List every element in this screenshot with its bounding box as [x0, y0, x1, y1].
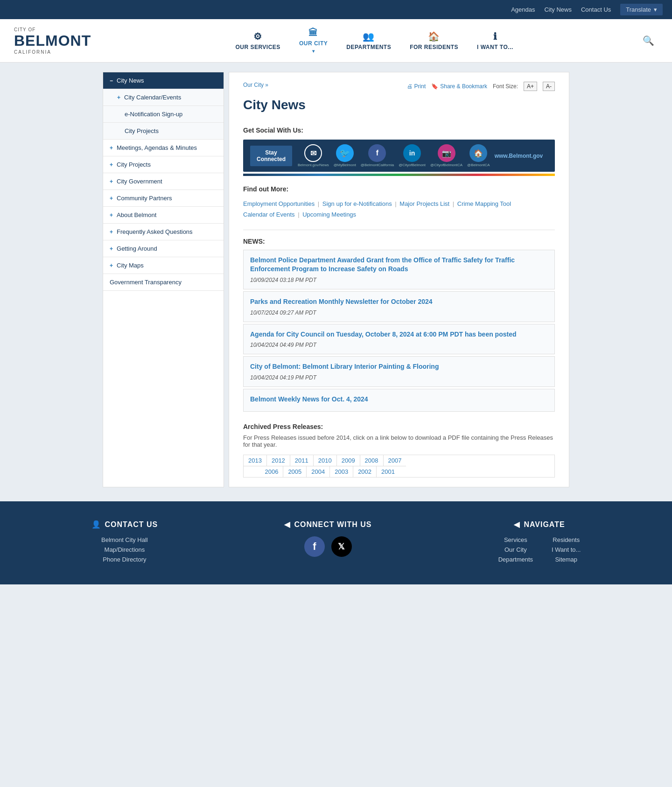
- year-link-2003[interactable]: 2003: [330, 466, 353, 477]
- social-section-label: Get Social With Us:: [243, 126, 555, 134]
- year-link-2007[interactable]: 2007: [384, 455, 406, 466]
- nav-our-services[interactable]: ⚙ OUR SERVICES: [226, 27, 289, 54]
- print-button[interactable]: 🖨 Print: [407, 83, 426, 90]
- year-link-2009[interactable]: 2009: [337, 455, 360, 466]
- nav-for-residents[interactable]: 🏠 FOR RESIDENTS: [400, 27, 468, 54]
- year-link-2002[interactable]: 2002: [353, 466, 377, 477]
- footer-departments[interactable]: Departments: [498, 556, 533, 563]
- sidebar-item-city-calendar[interactable]: + City Calendar/Events: [103, 89, 224, 106]
- sidebar-city-projects-sub-label: City Projects: [125, 127, 159, 134]
- sidebar-link-city-calendar[interactable]: + City Calendar/Events: [103, 89, 224, 105]
- footer-social-icons: f 𝕏: [284, 536, 371, 557]
- search-button[interactable]: 🔍: [639, 31, 658, 50]
- sidebar-link-meetings[interactable]: + Meetings, Agendas & Minutes: [103, 140, 224, 156]
- our-city-icon: 🏛: [308, 28, 318, 38]
- font-decrease-button[interactable]: A-: [543, 82, 555, 91]
- news-item-title[interactable]: Agenda for City Council on Tuesday, Octo…: [250, 330, 548, 339]
- toggle-icon: +: [110, 246, 113, 252]
- social-website-item[interactable]: 🏠 @BelmontCA: [467, 144, 490, 167]
- link-crime-mapping[interactable]: Crime Mapping Tool: [457, 200, 511, 207]
- sidebar-link-community-partners[interactable]: + Community Partners: [103, 190, 224, 206]
- topbar-contact-us[interactable]: Contact Us: [581, 6, 611, 13]
- footer-contact-title: 👤 CONTACT US: [91, 520, 158, 529]
- nav-our-city[interactable]: 🏛 OUR CITY ▾: [290, 24, 337, 57]
- link-employment[interactable]: Employment Opportunities: [243, 200, 315, 207]
- navigate-icon: ◀: [514, 520, 520, 529]
- footer-map-directions[interactable]: Map/Directions: [91, 546, 158, 553]
- sidebar-link-city-projects[interactable]: + City Projects: [103, 156, 224, 173]
- news-item-title[interactable]: Belmont Police Department Awarded Grant …: [250, 256, 548, 274]
- toggle-icon: +: [110, 145, 113, 151]
- sidebar-city-government-label: City Government: [117, 178, 162, 185]
- social-linkedin-item[interactable]: in @CityofBelmont: [399, 144, 426, 167]
- sidebar-link-city-projects-sub[interactable]: City Projects: [103, 123, 224, 139]
- logo[interactable]: CITY OF BELMONT CALIFORNIA: [14, 27, 91, 55]
- year-link-2006[interactable]: 2006: [260, 466, 283, 477]
- sidebar-link-enotification[interactable]: e-Notification Sign-up: [103, 106, 224, 122]
- year-link-2004[interactable]: 2004: [307, 466, 330, 477]
- topbar-city-news[interactable]: City News: [544, 6, 572, 13]
- link-enotification[interactable]: Sign up for e-Notifications: [322, 200, 392, 207]
- sidebar-item-community-partners[interactable]: + Community Partners: [103, 190, 224, 207]
- year-link-2001[interactable]: 2001: [377, 466, 399, 477]
- footer-residents[interactable]: Residents: [552, 536, 581, 543]
- sidebar-item-city-projects[interactable]: + City Projects: [103, 156, 224, 173]
- sidebar-item-city-maps[interactable]: + City Maps: [103, 257, 224, 274]
- footer-contact: 👤 CONTACT US Belmont City Hall Map/Direc…: [91, 520, 158, 566]
- year-link-2012[interactable]: 2012: [267, 455, 290, 466]
- sidebar-item-enotification[interactable]: e-Notification Sign-up: [103, 106, 224, 123]
- main-nav: ⚙ OUR SERVICES 🏛 OUR CITY ▾ 👥 DEPARTMENT…: [110, 24, 639, 57]
- nav-our-services-label: OUR SERVICES: [235, 44, 280, 50]
- sidebar-item-about-belmont[interactable]: + About Belmont: [103, 207, 224, 224]
- topbar-agendas[interactable]: Agendas: [511, 6, 535, 13]
- year-link-2008[interactable]: 2008: [360, 455, 384, 466]
- footer-facebook-icon[interactable]: f: [304, 536, 325, 557]
- chevron-down-icon: ▾: [654, 6, 657, 13]
- sidebar-item-city-projects-sub[interactable]: City Projects: [103, 123, 224, 140]
- footer-x-icon[interactable]: 𝕏: [331, 536, 352, 557]
- link-upcoming-meetings[interactable]: Upcoming Meetings: [302, 211, 356, 218]
- sidebar-item-city-government[interactable]: + City Government: [103, 173, 224, 190]
- social-instagram-item[interactable]: 📷 @CityofBelmontCA: [430, 144, 462, 167]
- news-item-title[interactable]: Belmont Weekly News for Oct. 4, 2024: [250, 395, 548, 404]
- social-email-item[interactable]: ✉ Belmont.gov/News: [298, 144, 329, 167]
- social-twitter-item[interactable]: 🐦 @MyBelmont: [334, 144, 356, 167]
- breadcrumb-parent[interactable]: Our City: [243, 82, 264, 88]
- news-item-title[interactable]: City of Belmont: Belmont Library Interio…: [250, 362, 548, 372]
- footer-our-city[interactable]: Our City: [498, 546, 533, 553]
- footer-city-hall[interactable]: Belmont City Hall: [91, 536, 158, 543]
- sidebar-item-city-news[interactable]: − City News: [103, 72, 224, 89]
- footer-sitemap[interactable]: Sitemap: [552, 556, 581, 563]
- year-link-2005[interactable]: 2005: [283, 466, 307, 477]
- sidebar-link-city-government[interactable]: + City Government: [103, 173, 224, 190]
- sidebar-link-faq[interactable]: + Frequently Asked Questions: [103, 224, 224, 240]
- social-facebook-item[interactable]: f @BelmontCalifornia: [361, 144, 394, 167]
- sidebar-item-faq[interactable]: + Frequently Asked Questions: [103, 224, 224, 240]
- link-major-projects[interactable]: Major Projects List: [399, 200, 449, 207]
- year-link-2013[interactable]: 2013: [244, 455, 267, 466]
- sidebar-link-city-news[interactable]: − City News: [103, 72, 224, 89]
- sidebar-meetings-label: Meetings, Agendas & Minutes: [117, 144, 197, 151]
- footer-services[interactable]: Services: [498, 536, 533, 543]
- sidebar-about-belmont-label: About Belmont: [117, 211, 156, 218]
- top-bar: Agendas City News Contact Us Translate ▾: [0, 0, 672, 19]
- footer-i-want-to[interactable]: I Want to...: [552, 546, 581, 553]
- sidebar-item-meetings[interactable]: + Meetings, Agendas & Minutes: [103, 140, 224, 156]
- footer-phone-directory[interactable]: Phone Directory: [91, 556, 158, 563]
- sidebar-link-city-maps[interactable]: + City Maps: [103, 257, 224, 274]
- nav-departments[interactable]: 👥 DEPARTMENTS: [337, 27, 400, 54]
- translate-button[interactable]: Translate ▾: [620, 4, 663, 15]
- year-link-2011[interactable]: 2011: [290, 455, 314, 466]
- sidebar-link-gov-transparency[interactable]: Government Transparency: [103, 274, 224, 290]
- news-item-title[interactable]: Parks and Recreation Monthly Newsletter …: [250, 297, 548, 307]
- sidebar-item-getting-around[interactable]: + Getting Around: [103, 240, 224, 257]
- sidebar-item-gov-transparency[interactable]: Government Transparency: [103, 274, 224, 291]
- sidebar-link-getting-around[interactable]: + Getting Around: [103, 240, 224, 257]
- nav-our-city-label: OUR CITY: [299, 40, 328, 47]
- share-bookmark-button[interactable]: 🔖 Share & Bookmark: [431, 83, 487, 90]
- nav-i-want-to[interactable]: ℹ I WANT TO...: [468, 27, 523, 54]
- year-link-2010[interactable]: 2010: [314, 455, 337, 466]
- sidebar-link-about-belmont[interactable]: + About Belmont: [103, 207, 224, 223]
- font-increase-button[interactable]: A+: [524, 82, 537, 91]
- link-calendar[interactable]: Calendar of Events: [243, 211, 295, 218]
